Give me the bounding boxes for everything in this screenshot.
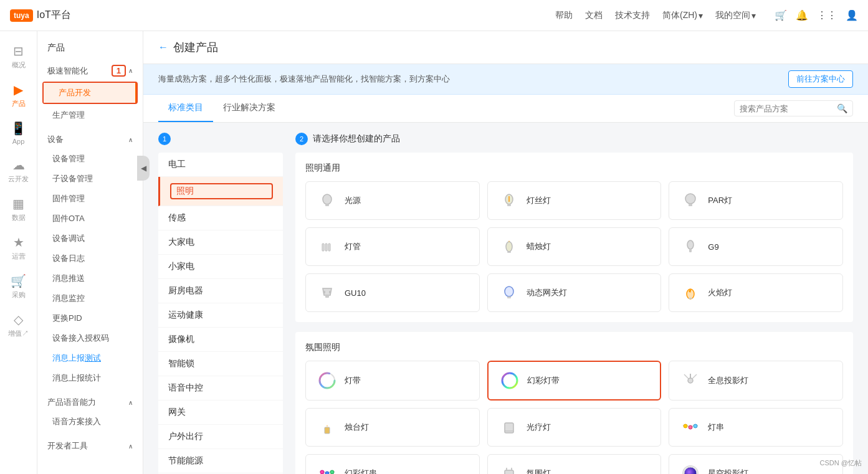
product-light-strip[interactable]: 灯带 (305, 361, 480, 401)
menu-item-msg-push[interactable]: 消息推送 (37, 268, 143, 288)
category-electric[interactable]: 电工 (158, 153, 283, 177)
data-icon: ▦ (12, 196, 24, 211)
section-fast-smart-header[interactable]: 极速智能化 1 ∧ (37, 61, 143, 80)
light-string-icon (679, 416, 702, 438)
product-filament[interactable]: 灯丝灯 (487, 181, 662, 220)
category-camera[interactable]: 摄像机 (158, 328, 283, 352)
menu-item-device-log[interactable]: 设备日志 (37, 249, 143, 268)
product-light-source[interactable]: 光源 (305, 181, 480, 220)
ambient-lighting-items: 灯带 幻彩灯带 (305, 361, 843, 474)
sidebar-item-product[interactable]: ▶ 产品 (0, 76, 37, 115)
rainbow-strip-icon (498, 369, 521, 392)
sidebar-collapse-button[interactable]: ◀ (137, 156, 150, 181)
section-device-header[interactable]: 设备 ∧ (37, 130, 143, 149)
product-rainbow-strip[interactable]: 幻彩灯带 (487, 361, 662, 401)
back-button[interactable]: ← (158, 42, 168, 53)
menu-item-product-dev[interactable]: 产品开发 (44, 83, 136, 103)
product-g9[interactable]: G9 (669, 227, 843, 266)
tab-standard[interactable]: 标准类目 (158, 95, 213, 122)
category-outdoor[interactable]: 户外出行 (158, 425, 283, 449)
sidebar-item-app[interactable]: 📱 App (0, 115, 37, 151)
purchase-icon: 🛒 (11, 273, 26, 288)
menu-item-change-pid[interactable]: 更换PID (37, 308, 143, 328)
grid-icon[interactable]: ⋮⋮ (817, 9, 837, 21)
product-par[interactable]: PAR灯 (669, 181, 843, 220)
product-candle-holder[interactable]: 烛台灯 (305, 408, 480, 447)
rainbow-strip-name: 幻彩灯带 (527, 375, 560, 386)
svg-rect-30 (505, 423, 513, 433)
svg-point-42 (684, 467, 697, 474)
sidebar-item-data[interactable]: ▦ 数据 (0, 190, 37, 229)
help-link[interactable]: 帮助 (555, 10, 573, 21)
product-tube[interactable]: 灯管 (305, 227, 480, 266)
tab-group: 标准类目 行业解决方案 (158, 95, 285, 122)
product-search-input[interactable] (740, 104, 833, 113)
product-light-string[interactable]: 灯串 (669, 408, 843, 447)
category-sports[interactable]: 运动健康 (158, 303, 283, 328)
product-rainbow-string[interactable]: 幻彩灯串 (305, 454, 480, 474)
tab-industry[interactable]: 行业解决方案 (213, 95, 285, 122)
bell-icon[interactable]: 🔔 (796, 9, 808, 21)
menu-item-firmware-mgmt[interactable]: 固件管理 (37, 189, 143, 209)
menu-item-sub-device-mgmt[interactable]: 子设备管理 (37, 169, 143, 189)
category-voice-control[interactable]: 语音中控 (158, 376, 283, 401)
filament-name: 灯丝灯 (527, 195, 551, 206)
menu-item-voice-solution[interactable]: 语音方案接入 (37, 412, 143, 432)
menu-item-firmware-ota[interactable]: 固件OTA (37, 209, 143, 229)
product-candle[interactable]: 蜡烛灯 (487, 227, 662, 266)
category-energy[interactable]: 节能能源 (158, 449, 283, 473)
svg-point-32 (684, 424, 687, 428)
svg-point-33 (689, 425, 692, 429)
menu-item-msg-monitor[interactable]: 消息监控 (37, 288, 143, 308)
svg-point-28 (688, 378, 693, 383)
light-strip-name: 灯带 (345, 375, 361, 386)
cart-icon[interactable]: 🛒 (775, 9, 787, 21)
product-ambient[interactable]: 氛围灯 (487, 454, 662, 474)
sidebar-item-cloud[interactable]: ☁ 云开发 (0, 151, 37, 190)
svg-point-17 (505, 287, 513, 296)
light-therapy-name: 光疗灯 (527, 422, 551, 433)
section-dev-tools-header[interactable]: 开发者工具 ∧ (37, 437, 143, 455)
sidebar-item-value[interactable]: ◇ 增值↗ (0, 306, 37, 344)
sidebar-item-overview[interactable]: ⊟ 概况 (0, 37, 37, 76)
category-gateway[interactable]: 网关 (158, 401, 283, 425)
watermark: CSDN @忆帖 (820, 458, 862, 468)
chevron-down-icon: ▾ (699, 11, 703, 21)
tuya-logo: tuya (10, 9, 33, 22)
product-dynamic-mesh[interactable]: 动态网关灯 (487, 273, 662, 312)
support-link[interactable]: 技术支持 (615, 10, 650, 21)
lang-dropdown[interactable]: 简体(ZH) ▾ (662, 10, 703, 21)
icon-sidebar: ⊟ 概况 ▶ 产品 📱 App ☁ 云开发 ▦ 数据 ★ 运营 🛒 采购 ◇ (0, 31, 37, 474)
svg-rect-38 (505, 470, 513, 474)
product-light-therapy[interactable]: 光疗灯 (487, 408, 662, 447)
step2-circle: 2 (295, 133, 308, 145)
svg-rect-6 (689, 204, 692, 206)
product-tabs: 标准类目 行业解决方案 🔍 (143, 95, 868, 123)
sidebar-item-purchase[interactable]: 🛒 采购 (0, 267, 37, 306)
product-gu10[interactable]: GU10 (305, 273, 480, 312)
category-sensor[interactable]: 传感 (158, 206, 283, 230)
space-dropdown[interactable]: 我的空间 ▾ (715, 10, 756, 21)
docs-link[interactable]: 文档 (585, 10, 603, 21)
menu-item-device-auth[interactable]: 设备接入授权码 (37, 328, 143, 348)
category-kitchen[interactable]: 厨房电器 (158, 279, 283, 303)
menu-item-device-debug[interactable]: 设备调试 (37, 229, 143, 249)
chevron-fast-smart: ∧ (128, 67, 133, 74)
candle-holder-name: 烛台灯 (345, 422, 369, 433)
menu-item-msg-report-stats[interactable]: 消息上报统计 (37, 368, 143, 388)
chevron-device: ∧ (128, 136, 133, 143)
account-icon[interactable]: 👤 (846, 9, 858, 21)
category-lighting[interactable]: 照明 (158, 177, 283, 206)
menu-item-device-mgmt[interactable]: 设备管理 (37, 149, 143, 169)
category-smart-lock[interactable]: 智能锁 (158, 352, 283, 376)
menu-item-production-mgmt[interactable]: 生产管理 (37, 105, 143, 125)
product-projection[interactable]: 全息投影灯 (669, 361, 843, 401)
menu-item-msg-report-test[interactable]: 消息上报测试 (37, 348, 143, 368)
goto-solution-btn[interactable]: 前往方案中心 (788, 70, 853, 88)
sidebar-item-operation[interactable]: ★ 运营 (0, 229, 37, 267)
product-star-projector[interactable]: 星空投影灯 (669, 454, 843, 474)
category-major-appliance[interactable]: 大家电 (158, 230, 283, 255)
section-product-voice-header[interactable]: 产品语音能力 ∧ (37, 393, 143, 412)
product-flame[interactable]: 火焰灯 (669, 273, 843, 312)
category-small-appliance[interactable]: 小家电 (158, 255, 283, 279)
